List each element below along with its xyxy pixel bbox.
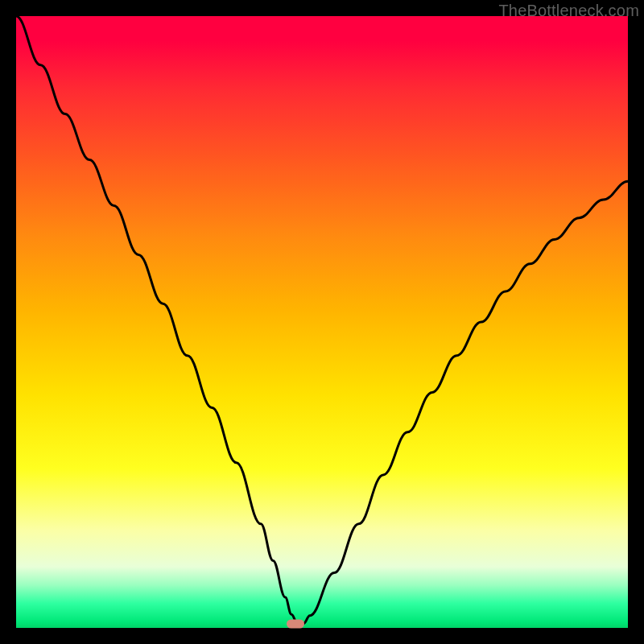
bottleneck-curve <box>16 16 628 628</box>
watermark-text: TheBottleneck.com <box>498 2 639 20</box>
plot-area <box>16 16 628 628</box>
optimum-marker <box>287 619 304 628</box>
chart-frame: TheBottleneck.com <box>0 0 644 644</box>
curve-path <box>16 16 628 624</box>
